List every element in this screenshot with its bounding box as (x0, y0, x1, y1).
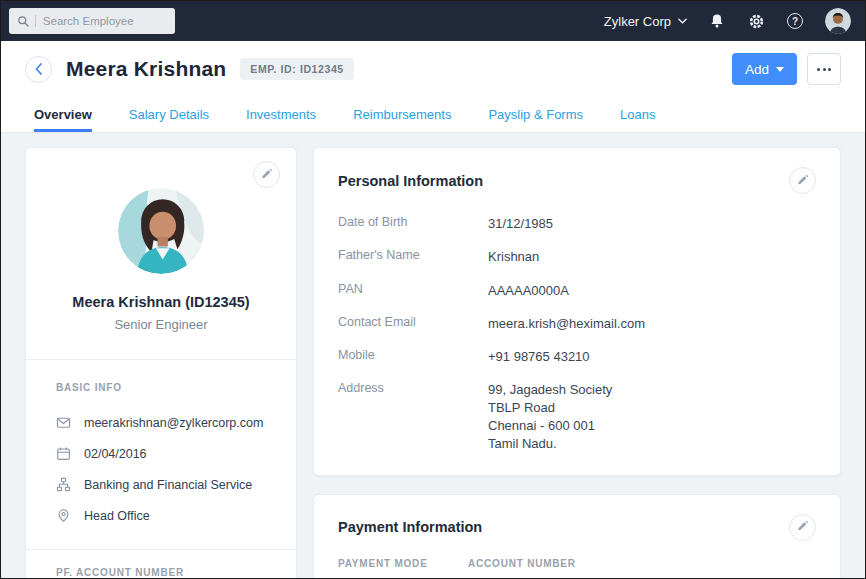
department-icon (56, 477, 71, 492)
tab-label: Investments (246, 107, 316, 122)
personal-information-title: Personal Information (338, 173, 483, 189)
pencil-icon (797, 175, 809, 187)
field-value: 31/12/1985 (488, 215, 816, 233)
field-label: Address (338, 381, 488, 452)
pf-account-label: PF. ACCOUNT NUMBER (56, 567, 266, 578)
page-title: Meera Krishnan (66, 57, 226, 81)
info-row-address: Address 99, Jagadesh Society TBLP Road C… (338, 381, 816, 452)
list-item-department: Banking and Financial Service (56, 477, 266, 492)
add-button-label: Add (745, 62, 769, 77)
payment-mode-label: PAYMENT MODE (338, 558, 468, 569)
calendar-icon (56, 446, 71, 461)
field-value: AAAAA0000A (488, 282, 816, 300)
info-row-date-of-birth: Date of Birth 31/12/1985 (338, 215, 816, 233)
chevron-down-icon (678, 18, 687, 24)
payment-information-title: Payment Information (338, 519, 482, 535)
account-number-label: ACCOUNT NUMBER (468, 558, 576, 569)
field-label: PAN (338, 282, 488, 300)
org-switcher[interactable]: Zylker Corp (604, 14, 687, 29)
tab-bar: Overview Salary Details Investments Reim… (1, 97, 865, 133)
account-number-field: ACCOUNT NUMBER XXXX1234 (468, 558, 576, 578)
tab-label: Overview (34, 107, 92, 122)
personal-information-card: Personal Information Date of Birth 31/12… (313, 147, 841, 476)
field-label: Contact Email (338, 315, 488, 333)
employee-photo (118, 188, 204, 274)
pencil-icon (261, 169, 273, 181)
tab-overview[interactable]: Overview (34, 97, 92, 132)
search-icon (17, 15, 30, 28)
topbar: Zylker Corp ? (1, 1, 865, 41)
add-button[interactable]: Add (732, 53, 797, 85)
more-icon (817, 68, 820, 71)
pf-account-section: PF. ACCOUNT NUMBER AA/AAA/0000000/000/00… (26, 550, 296, 578)
back-button[interactable] (25, 56, 52, 83)
employee-id-badge: EMP. ID: ID12345 (240, 58, 353, 80)
employee-designation: Senior Engineer (26, 317, 296, 332)
more-options-button[interactable] (807, 53, 841, 85)
field-value: +91 98765 43210 (488, 348, 816, 366)
tab-label: Salary Details (129, 107, 209, 122)
employee-join-date: 02/04/2016 (84, 447, 147, 461)
envelope-icon (56, 415, 71, 430)
org-name: Zylker Corp (604, 14, 671, 29)
user-avatar[interactable] (825, 8, 851, 34)
tab-label: Loans (620, 107, 655, 122)
employee-work-location: Head Office (84, 509, 150, 523)
tab-label: Reimbursements (353, 107, 451, 122)
notifications-bell-icon[interactable] (708, 12, 726, 30)
field-value: meera.krish@heximail.com (488, 315, 816, 333)
payment-information-card: Payment Information PAYMENT MODE Bank Tr… (313, 494, 841, 578)
settings-gear-icon[interactable] (747, 12, 765, 30)
employee-name: Meera Krishnan (ID12345) (26, 294, 296, 310)
location-icon (56, 508, 71, 523)
field-label: Mobile (338, 348, 488, 366)
info-row-fathers-name: Father's Name Krishnan (338, 248, 816, 266)
basic-info-section: BASIC INFO meerakrishnan@zylkercorp.com … (26, 360, 296, 545)
list-item-join-date: 02/04/2016 (56, 446, 266, 461)
detail-column: Personal Information Date of Birth 31/12… (313, 147, 841, 578)
employee-department: Banking and Financial Service (84, 478, 252, 492)
employee-search[interactable] (9, 8, 175, 34)
tab-reimbursements[interactable]: Reimbursements (353, 97, 451, 132)
basic-info-title: BASIC INFO (56, 382, 266, 393)
pencil-icon (797, 521, 809, 533)
field-value: Krishnan (488, 248, 816, 266)
list-item-work-location: Head Office (56, 508, 266, 523)
list-item-email: meerakrishnan@zylkercorp.com (56, 415, 266, 430)
search-input[interactable] (43, 15, 167, 27)
tab-salary-details[interactable]: Salary Details (129, 97, 209, 132)
edit-payment-info-button[interactable] (789, 514, 816, 541)
field-value: 99, Jagadesh Society TBLP Road Chennai -… (488, 381, 816, 452)
tab-loans[interactable]: Loans (620, 97, 655, 132)
main-content: Meera Krishnan (ID12345) Senior Engineer… (1, 133, 865, 578)
tab-payslip-forms[interactable]: Payslip & Forms (488, 97, 583, 132)
edit-personal-info-button[interactable] (789, 167, 816, 194)
search-divider (35, 15, 36, 27)
field-label: Father's Name (338, 248, 488, 266)
help-icon[interactable]: ? (786, 12, 804, 30)
employee-email: meerakrishnan@zylkercorp.com (84, 416, 263, 430)
payment-mode-field: PAYMENT MODE Bank Transfer (338, 558, 468, 578)
edit-profile-button[interactable] (253, 161, 280, 188)
info-row-contact-email: Contact Email meera.krish@heximail.com (338, 315, 816, 333)
field-label: Date of Birth (338, 215, 488, 233)
tab-label: Payslip & Forms (488, 107, 583, 122)
tab-investments[interactable]: Investments (246, 97, 316, 132)
info-row-pan: PAN AAAAA0000A (338, 282, 816, 300)
caret-down-icon (776, 67, 784, 72)
info-row-mobile: Mobile +91 98765 43210 (338, 348, 816, 366)
employee-profile-card: Meera Krishnan (ID12345) Senior Engineer… (25, 147, 297, 578)
page-header: Meera Krishnan EMP. ID: ID12345 Add (1, 41, 865, 97)
